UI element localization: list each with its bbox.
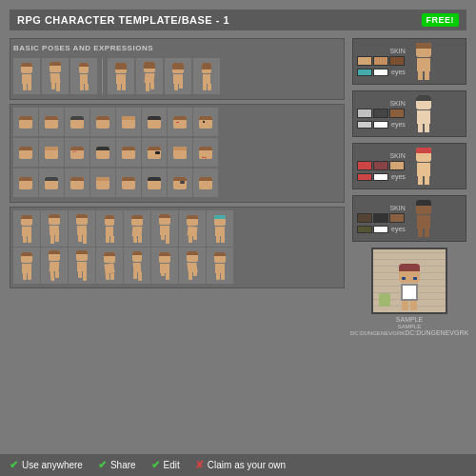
chibi-full-15 [182,251,203,280]
basic-poses-row [13,58,341,94]
sample-body [401,284,418,301]
expr-9 [13,138,38,167]
eye-swatch-1a [357,69,372,76]
full-body-row-1 [13,210,341,247]
skin-preview-2 [409,95,438,132]
skin-preview-1 [409,43,438,80]
full-13 [124,248,150,284]
expr-head-24 [195,177,216,189]
chibi-side-1 [73,63,94,90]
license-use-anywhere: ✔ Use anywhere [10,459,83,471]
sample-leg-r [410,301,417,310]
free-badge: FREE! [422,13,460,27]
eye-swatch-2b [373,121,388,129]
full-12 [96,248,123,284]
skin-swatches-4 [357,213,406,223]
expr-head-21 [118,177,139,189]
expr-15 [168,138,192,167]
swatch-3b [373,161,388,170]
expr-head-20 [92,177,113,189]
basic-poses-section: BASIC POSES AND EXPRESSIONS [10,38,345,100]
check-icon-share: ✔ [98,459,107,471]
pose-back-3 [165,58,191,94]
bottom-bar: ✔ Use anywhere ✔ Share ✔ Edit ✘ Claim as… [0,454,476,476]
pose-front-2 [42,58,69,94]
sample-eye-r [413,277,417,280]
eye-label-2: eyes [391,121,406,128]
expr-23 [168,169,192,197]
expr-2 [39,108,64,136]
expr-head-2 [41,116,62,129]
eye-swatch-3b [373,173,388,181]
expressions-row-3 [13,169,341,197]
eye-label-3: eyes [391,173,406,180]
expr-head-5 [118,116,139,129]
expr-5 [116,108,141,136]
expr-head-14 [144,147,165,159]
swatch-2a [357,109,372,118]
eye-swatches-2: eyes [357,121,406,129]
expr-11 [65,138,89,167]
skin-card-2: SKIN eyes [352,90,466,137]
chibi-full-11 [71,250,92,281]
check-icon-use: ✔ [10,459,18,471]
skin-card-3: SKIN eyes [352,143,466,189]
expr-1 [13,108,38,136]
full-1 [13,210,40,247]
sample-area: SAMPLESAMPLE DC:DUNGENEVGRKDC:DUNGENEVGR… [352,248,466,336]
eye-swatch-1b [373,69,388,76]
chibi-full-9 [16,252,37,280]
eye-swatches-3: eyes [357,173,406,181]
skin-label-3: SKIN [357,152,406,159]
full-15 [179,248,206,284]
expr-head-3 [67,116,88,129]
chibi-front-1 [16,63,37,90]
license-share: ✔ Share [98,459,136,471]
full-16 [207,248,233,284]
swatch-group-1: SKIN eyes [357,48,406,76]
swatch-group-2: SKIN eyes [357,100,406,129]
sample-label: SAMPLESAMPLE DC:DUNGENEVGRKDC:DUNGENEVGR… [350,316,468,336]
swatch-1a [357,56,372,66]
expr-head-4 [92,116,113,129]
expr-head-11 [67,147,88,159]
expr-6 [142,108,167,136]
eye-swatch-2a [357,121,372,129]
expr-head-8 [195,116,216,129]
eye-swatch-4b [373,226,388,233]
sample-head [399,264,420,283]
pose-back-1 [108,58,134,94]
share-label: Share [110,460,136,470]
expr-head-10 [41,147,62,159]
skin-label-1: SKIN [357,48,406,54]
chibi-full-6 [154,214,175,244]
swatch-4b [373,213,388,223]
full-14 [151,248,178,284]
skin-label-4: SKIN [357,205,406,211]
chibi-back-2 [139,62,160,91]
expr-8 [193,108,218,136]
expressions-row-1 [13,108,341,136]
expr-24 [193,169,218,197]
skin-label-2: SKIN [357,100,406,107]
expr-head-6 [144,116,165,129]
sample-leg-l [402,301,408,310]
eye-label-1: eyes [391,69,406,75]
skin-card-4: SKIN eyes [352,195,466,242]
sample-hair [399,264,420,271]
expr-18 [39,169,64,197]
expr-16 [193,138,218,167]
expr-4 [90,108,115,136]
edit-label: Edit [164,460,180,470]
expr-19 [65,169,89,197]
right-panel: SKIN eyes [352,38,466,336]
chibi-back-3 [168,63,188,90]
chibi-full-13 [127,251,148,281]
chibi-full-5 [127,215,148,243]
chibi-front-2 [45,62,66,91]
eye-swatches-4: eyes [357,226,406,233]
skin-card-1: SKIN eyes [352,38,466,85]
swatch-4c [389,213,405,223]
main-container: RPG CHARACTER TEMPLATE/BASE - 1 FREE! BA… [0,0,476,476]
flower-pot [379,293,390,307]
